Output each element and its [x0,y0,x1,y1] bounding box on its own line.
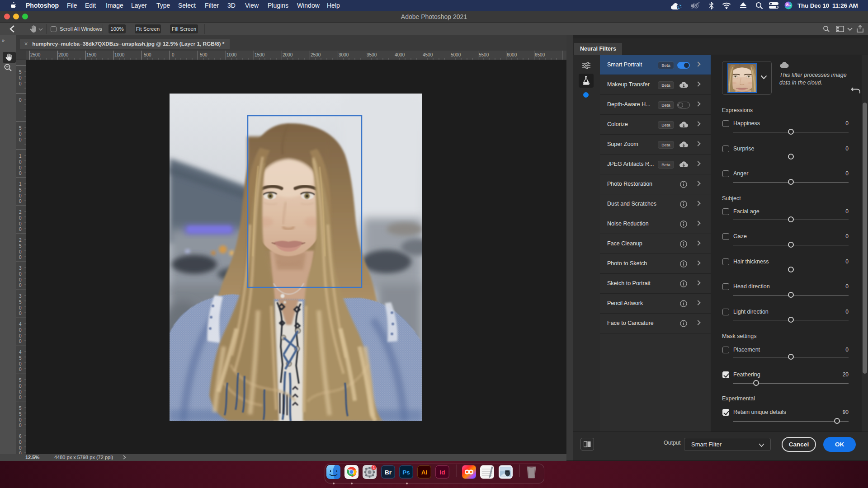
svg-text:Ps: Ps [402,469,410,476]
svg-text:2500: 2500 [311,52,321,57]
svg-text:0: 0 [19,311,22,316]
svg-text:0: 0 [19,418,22,422]
svg-text:1500: 1500 [86,52,97,57]
svg-text:0: 0 [19,131,22,136]
svg-text:0: 0 [19,137,22,142]
svg-text:Br: Br [385,469,392,476]
svg-text:0: 0 [19,75,22,80]
svg-text:0: 0 [19,277,22,282]
svg-text:0: 0 [19,339,22,344]
svg-text:3500: 3500 [367,52,377,57]
svg-text:0: 0 [19,193,22,198]
svg-text:4500: 4500 [423,52,433,57]
svg-text:0: 0 [19,395,22,400]
svg-text:5: 5 [19,244,22,249]
svg-text:0: 0 [19,423,22,428]
svg-text:5: 5 [19,378,22,383]
svg-text:0: 0 [19,227,22,232]
svg-text:6: 6 [19,434,22,439]
svg-text:4: 4 [19,350,22,355]
svg-text:3: 3 [19,294,22,299]
svg-text:0: 0 [19,98,22,103]
svg-text:0: 0 [19,283,22,288]
svg-text:0: 0 [19,249,22,254]
svg-text:5: 5 [19,300,22,305]
svg-text:3: 3 [19,266,22,271]
svg-text:1: 1 [19,182,22,187]
svg-text:5: 5 [19,126,22,131]
svg-text:2000: 2000 [58,52,69,57]
svg-text:1500: 1500 [255,52,265,57]
svg-text:5: 5 [19,406,22,411]
svg-text:5: 5 [19,70,22,75]
svg-text:6500: 6500 [535,52,545,57]
svg-text:0: 0 [19,384,22,389]
svg-text:2: 2 [19,210,22,215]
svg-text:0: 0 [19,199,22,204]
svg-text:500: 500 [144,52,151,57]
svg-text:0: 0 [19,389,22,394]
svg-text:0: 0 [19,221,22,226]
svg-text:4: 4 [19,322,22,327]
svg-text:0: 0 [19,165,22,170]
svg-text:0: 0 [19,440,22,445]
svg-text:4000: 4000 [395,52,405,57]
svg-text:0: 0 [19,255,22,260]
svg-text:0: 0 [19,333,22,338]
svg-text:500: 500 [200,52,208,57]
svg-text:5000: 5000 [451,52,461,57]
svg-text:0: 0 [19,361,22,366]
svg-text:0: 0 [19,171,22,176]
svg-text:1000: 1000 [114,52,125,57]
svg-text:2: 2 [19,238,22,243]
svg-text:5: 5 [19,188,22,192]
svg-text:5: 5 [19,356,22,361]
svg-text:0: 0 [19,160,22,164]
svg-text:Id: Id [439,469,445,476]
svg-text:0: 0 [19,81,22,86]
svg-text:0: 0 [19,216,22,221]
svg-text:2500: 2500 [30,52,41,57]
svg-text:0: 0 [19,446,22,450]
svg-text:5500: 5500 [479,52,489,57]
svg-text:1: 1 [19,154,22,159]
svg-text:3000: 3000 [339,52,349,57]
svg-text:5: 5 [19,412,22,417]
svg-text:Ai: Ai [421,469,428,476]
svg-text:0: 0 [19,305,22,310]
svg-text:0: 0 [19,272,22,277]
svg-text:1000: 1000 [226,52,237,57]
svg-text:1: 1 [373,465,375,469]
svg-text:0: 0 [172,52,175,57]
svg-text:0: 0 [19,367,22,372]
svg-text:0: 0 [19,328,22,333]
svg-text:2000: 2000 [283,52,293,57]
svg-text:6000: 6000 [507,52,517,57]
